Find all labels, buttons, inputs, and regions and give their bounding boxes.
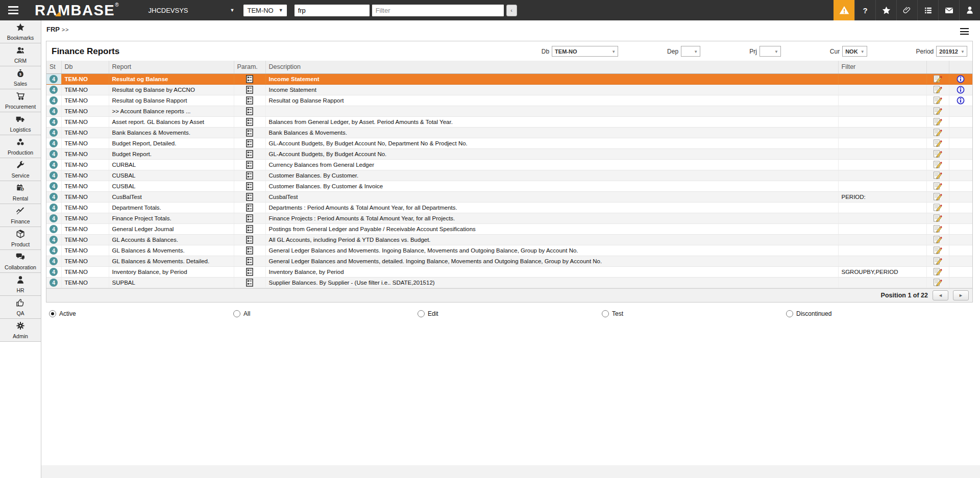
tasks-icon[interactable] <box>917 0 938 20</box>
param-cell[interactable] <box>234 234 265 245</box>
table-row[interactable]: 4 TEM-NO Department Totals. Departments … <box>46 202 972 213</box>
param-cell[interactable] <box>234 116 265 127</box>
info-cell[interactable] <box>949 213 972 223</box>
prj-select[interactable]: ▼ <box>760 46 781 57</box>
param-cell[interactable] <box>234 73 265 84</box>
report-cell[interactable]: Asset report. GL Balances by Asset <box>109 116 234 127</box>
dep-select[interactable]: ▼ <box>681 46 700 57</box>
report-cell[interactable]: CUSBAL <box>109 170 234 181</box>
param-cell[interactable] <box>234 127 265 138</box>
table-row[interactable]: 4 TEM-NO CUSBAL Customer Balances. By Cu… <box>46 181 972 191</box>
edit-cell[interactable] <box>926 223 949 234</box>
edit-cell[interactable] <box>926 277 949 288</box>
param-cell[interactable] <box>234 245 265 256</box>
status-radio-discontinued[interactable]: Discontinued <box>786 310 970 317</box>
report-cell[interactable]: CUSBAL <box>109 181 234 191</box>
help-icon[interactable]: ? <box>854 0 875 20</box>
info-cell[interactable] <box>949 223 972 234</box>
report-cell[interactable]: Budget Report. <box>109 148 234 159</box>
param-cell[interactable] <box>234 106 265 116</box>
info-cell[interactable] <box>949 106 972 116</box>
collapse-search-button[interactable]: ‹ <box>506 5 517 16</box>
column-header-report[interactable]: Report <box>109 61 234 73</box>
column-header-param[interactable]: Param. <box>234 61 265 73</box>
edit-cell[interactable] <box>926 202 949 213</box>
edit-cell[interactable] <box>926 266 949 277</box>
param-cell[interactable] <box>234 277 265 288</box>
info-cell[interactable] <box>949 277 972 288</box>
edit-cell[interactable] <box>926 245 949 256</box>
table-row[interactable]: 4 TEM-NO General Ledger Journal Postings… <box>46 223 972 234</box>
table-row[interactable]: 4 TEM-NO Resultat og Balanse Income Stat… <box>46 73 972 84</box>
sidebar-item-service[interactable]: Service <box>0 158 41 181</box>
info-cell[interactable] <box>949 256 972 266</box>
filter-input[interactable] <box>372 5 504 16</box>
status-radio-edit[interactable]: Edit <box>418 310 602 317</box>
report-cell[interactable]: Bank Balances & Movements. <box>109 127 234 138</box>
edit-cell[interactable] <box>926 106 949 116</box>
sidebar-item-crm[interactable]: CRM <box>0 43 41 66</box>
edit-cell[interactable] <box>926 138 949 148</box>
main-menu-icon[interactable] <box>0 0 27 20</box>
report-cell[interactable]: SUPBAL <box>109 277 234 288</box>
column-header-st[interactable]: St <box>46 61 61 73</box>
radio-icon[interactable] <box>233 310 240 317</box>
info-cell[interactable] <box>949 191 972 202</box>
sidebar-item-finance[interactable]: Finance <box>0 204 41 227</box>
table-row[interactable]: 4 TEM-NO Inventory Balance, by Period In… <box>46 266 972 277</box>
report-cell[interactable]: >> Account Balance reports ... <box>109 106 234 116</box>
rambase-logo[interactable]: RAMBASE ® <box>35 2 119 19</box>
edit-cell[interactable] <box>926 159 949 170</box>
edit-cell[interactable] <box>926 234 949 245</box>
table-row[interactable]: 4 TEM-NO Resultat og Balanse by ACCNO In… <box>46 84 972 95</box>
info-cell[interactable] <box>949 181 972 191</box>
param-cell[interactable] <box>234 170 265 181</box>
info-cell[interactable] <box>949 159 972 170</box>
table-row[interactable]: 4 TEM-NO SUPBAL Supplier Balances. By Su… <box>46 277 972 288</box>
report-cell[interactable]: CURBAL <box>109 159 234 170</box>
info-cell[interactable] <box>949 148 972 159</box>
report-cell[interactable]: Resultat og Balanse <box>109 73 234 84</box>
info-cell[interactable] <box>949 84 972 95</box>
report-cell[interactable]: Finance Project Totals. <box>109 213 234 223</box>
sidebar-item-production[interactable]: Production <box>0 135 41 158</box>
edit-cell[interactable] <box>926 181 949 191</box>
user-icon[interactable] <box>959 0 980 20</box>
status-radio-test[interactable]: Test <box>602 310 786 317</box>
system-caret-icon[interactable]: ▼ <box>230 8 235 13</box>
info-cell[interactable] <box>949 95 972 106</box>
edit-cell[interactable] <box>926 213 949 223</box>
edit-cell[interactable] <box>926 191 949 202</box>
param-cell[interactable] <box>234 95 265 106</box>
table-row[interactable]: 4 TEM-NO Budget Report, Detailed. GL-Acc… <box>46 138 972 148</box>
context-menu-icon[interactable] <box>960 28 969 35</box>
param-cell[interactable] <box>234 159 265 170</box>
param-cell[interactable] <box>234 148 265 159</box>
report-cell[interactable]: Resultat og Balanse by ACCNO <box>109 84 234 95</box>
db-select[interactable]: TEM-NO ▼ <box>552 46 618 57</box>
mail-icon[interactable] <box>938 0 959 20</box>
period-select[interactable]: 201912 ▼ <box>936 46 967 57</box>
radio-icon[interactable] <box>49 310 56 317</box>
sidebar-item-procurement[interactable]: Procurement <box>0 89 41 112</box>
cur-select[interactable]: NOK ▼ <box>842 46 867 57</box>
program-input[interactable] <box>295 5 370 16</box>
sidebar-item-rental[interactable]: $ Rental <box>0 181 41 204</box>
table-row[interactable]: 4 TEM-NO >> Account Balance reports ... <box>46 106 972 116</box>
param-cell[interactable] <box>234 138 265 148</box>
param-cell[interactable] <box>234 213 265 223</box>
report-cell[interactable]: GL Balances & Movements. <box>109 245 234 256</box>
table-row[interactable]: 4 TEM-NO GL Accounts & Balances. All GL … <box>46 234 972 245</box>
sidebar-item-admin[interactable]: Admin <box>0 319 41 342</box>
edit-cell[interactable] <box>926 84 949 95</box>
table-row[interactable]: 4 TEM-NO Bank Balances & Movements. Bank… <box>46 127 972 138</box>
radio-icon[interactable] <box>786 310 793 317</box>
table-row[interactable]: 4 TEM-NO Finance Project Totals. Finance… <box>46 213 972 223</box>
breadcrumb[interactable]: FRP >> <box>41 20 980 33</box>
table-row[interactable]: 4 TEM-NO CUSBAL Customer Balances. By Cu… <box>46 170 972 181</box>
table-row[interactable]: 4 TEM-NO GL Balances & Movements. Detail… <box>46 256 972 266</box>
table-row[interactable]: 4 TEM-NO CURBAL Currency Balances from G… <box>46 159 972 170</box>
report-cell[interactable]: General Ledger Journal <box>109 223 234 234</box>
sidebar-item-sales[interactable]: $ Sales <box>0 66 41 89</box>
alert-icon[interactable] <box>834 0 854 20</box>
